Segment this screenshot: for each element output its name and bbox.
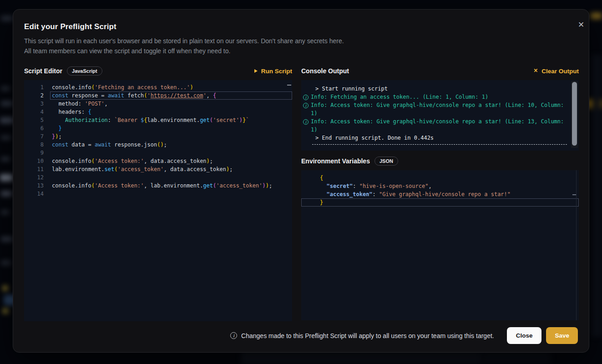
console-separator bbox=[312, 144, 567, 145]
line-number: 6 bbox=[24, 124, 44, 132]
info-icon: i bbox=[230, 332, 237, 339]
modal-description: This script will run in each user's brow… bbox=[24, 36, 344, 56]
code-line[interactable]: 12 bbox=[24, 173, 292, 182]
console-message: Info: Fetching an access token... (Line:… bbox=[311, 93, 567, 101]
code-line[interactable]: 8const data = await response.json(); bbox=[24, 141, 292, 149]
console-message: > End running script. Done in 0.442s bbox=[311, 134, 567, 142]
run-script-label: Run Script bbox=[261, 68, 292, 75]
save-button[interactable]: Save bbox=[546, 327, 578, 344]
code-line[interactable]: 1console.info('Fetching an access token.… bbox=[24, 83, 292, 91]
line-number: 5 bbox=[24, 116, 44, 124]
script-editor-section: Script Editor JavaScript Run Script 1con… bbox=[24, 66, 292, 321]
line-number: 1 bbox=[24, 83, 44, 91]
console-line: iInfo: Access token: Give graphql-hive/c… bbox=[303, 101, 567, 117]
environment-variables-editor[interactable]: { "secret": "hive-is-open-source", "acce… bbox=[301, 170, 579, 320]
close-button[interactable]: Close bbox=[507, 327, 542, 344]
line-number: 4 bbox=[24, 108, 44, 116]
close-icon[interactable]: ✕ bbox=[576, 20, 587, 30]
info-circle-icon: i bbox=[303, 101, 311, 117]
play-icon bbox=[254, 69, 258, 73]
line-number: 10 bbox=[24, 157, 44, 165]
console-line: > Start running script bbox=[303, 85, 567, 93]
environment-variables-heading: Environment Variables bbox=[301, 157, 370, 165]
footer-notice: i Changes made to this Preflight Script … bbox=[230, 332, 494, 339]
line-number: 7 bbox=[24, 132, 44, 141]
overview-ruler-mark bbox=[287, 85, 291, 86]
code-line[interactable]: 6 } bbox=[24, 124, 292, 132]
code-line[interactable]: 11lab.environment.set('access_token', da… bbox=[24, 165, 292, 173]
footer-notice-text: Changes made to this Preflight Script wi… bbox=[241, 332, 494, 339]
line-number: 2 bbox=[24, 91, 44, 100]
console-scrollbar[interactable] bbox=[571, 81, 578, 148]
line-number: 8 bbox=[24, 141, 44, 149]
code-line[interactable]: 3 method: 'POST', bbox=[24, 100, 292, 108]
env-editor-ruler bbox=[576, 170, 577, 320]
line-number: 3 bbox=[24, 100, 44, 108]
code-line[interactable]: "access_token": "Give graphql-hive/conso… bbox=[301, 190, 579, 198]
console-message: Info: Access token: Give graphql-hive/co… bbox=[311, 117, 567, 134]
code-line[interactable]: } bbox=[301, 198, 579, 207]
language-badge: JavaScript bbox=[67, 66, 102, 76]
code-line[interactable]: 7}); bbox=[24, 132, 292, 141]
right-column: Console Output ✕ Clear Output > Start ru… bbox=[301, 66, 579, 320]
console-message: Info: Access token: Give graphql-hive/co… bbox=[311, 101, 567, 117]
code-line[interactable]: 9 bbox=[24, 149, 292, 157]
script-editor-heading: Script Editor bbox=[24, 67, 62, 75]
line-number: 12 bbox=[24, 173, 44, 182]
clear-output-label: Clear Output bbox=[541, 68, 579, 75]
console-output-panel: > Start running scriptiInfo: Fetching an… bbox=[301, 80, 579, 151]
modal-footer: i Changes made to this Preflight Script … bbox=[24, 327, 578, 344]
code-line[interactable]: "secret": "hive-is-open-source", bbox=[301, 182, 579, 190]
code-line[interactable]: 2const response = await fetch('https://t… bbox=[24, 91, 292, 100]
console-line: > End running script. Done in 0.442s bbox=[303, 134, 567, 142]
code-line[interactable]: { bbox=[301, 174, 579, 182]
info-circle-icon: i bbox=[303, 93, 311, 101]
run-script-button[interactable]: Run Script bbox=[254, 68, 292, 75]
console-output-heading: Console Output bbox=[301, 67, 349, 75]
clear-output-button[interactable]: ✕ Clear Output bbox=[534, 68, 579, 75]
code-line[interactable]: 10console.info('Access token:', data.acc… bbox=[24, 157, 292, 165]
line-number: 9 bbox=[24, 149, 44, 157]
preflight-script-modal: ✕ Edit your Preflight Script This script… bbox=[13, 9, 589, 353]
env-overview-mark bbox=[572, 194, 576, 195]
line-number: 14 bbox=[24, 190, 44, 198]
script-code-editor[interactable]: 1console.info('Fetching an access token.… bbox=[24, 80, 292, 321]
description-line-1: This script will run in each user's brow… bbox=[24, 36, 344, 46]
description-line-2: All team members can view the script and… bbox=[24, 46, 344, 56]
code-line[interactable]: 13console.info('Access token:', lab.envi… bbox=[24, 182, 292, 190]
code-line[interactable]: 14 bbox=[24, 190, 292, 198]
icon-slot bbox=[303, 134, 311, 142]
line-number: 13 bbox=[24, 182, 44, 190]
modal-title: Edit your Preflight Script bbox=[24, 22, 116, 31]
clear-icon: ✕ bbox=[534, 68, 538, 74]
console-message: > Start running script bbox=[311, 85, 567, 93]
console-scrollbar-thumb[interactable] bbox=[572, 82, 577, 146]
icon-slot bbox=[303, 85, 311, 93]
code-line[interactable]: 5 Authorization: `Bearer ${lab.environme… bbox=[24, 116, 292, 124]
console-line: iInfo: Fetching an access token... (Line… bbox=[303, 93, 567, 101]
info-circle-icon: i bbox=[303, 117, 311, 134]
console-line: iInfo: Access token: Give graphql-hive/c… bbox=[303, 117, 567, 134]
json-badge: JSON bbox=[374, 157, 398, 166]
line-number: 11 bbox=[24, 165, 44, 173]
code-line[interactable]: 4 headers: { bbox=[24, 108, 292, 116]
